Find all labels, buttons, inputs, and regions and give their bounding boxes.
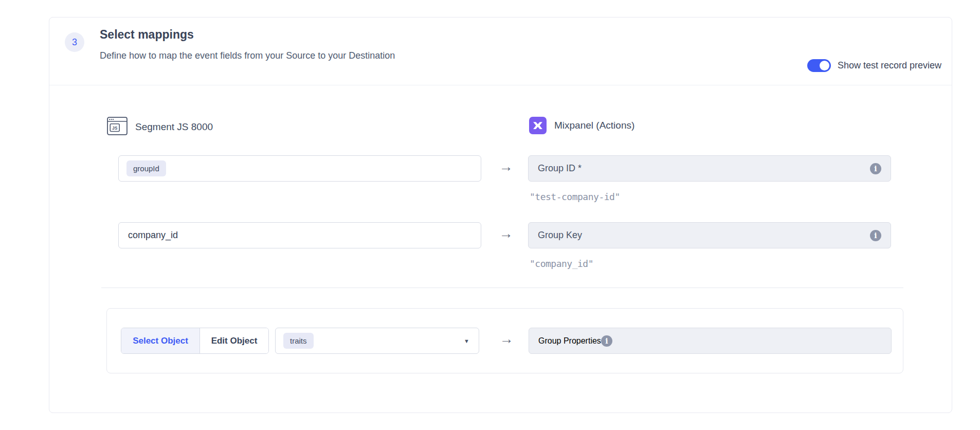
js-browser-source-icon: JS: [107, 117, 128, 137]
info-icon[interactable]: i: [870, 163, 881, 174]
destination-endpoint: Mixpanel (Actions): [529, 117, 634, 134]
page-title: Select mappings: [100, 28, 194, 42]
test-record-toggle-group: Show test record preview: [807, 59, 941, 72]
section-divider: [101, 288, 903, 288]
select-mappings-card: 3 Select mappings Define how to map the …: [49, 17, 952, 413]
mixpanel-icon: [529, 117, 547, 134]
destination-field-label: Group ID *: [538, 163, 870, 174]
test-preview-value: "test-company-id": [530, 191, 620, 202]
object-mapping-card: Select Object Edit Object traits ▼ → Gro…: [106, 308, 903, 373]
destination-field-label: Group Key: [538, 230, 870, 241]
field-token[interactable]: groupId: [126, 160, 166, 176]
info-icon[interactable]: i: [601, 335, 612, 347]
test-preview-value: "company_id": [530, 258, 593, 269]
destination-name: Mixpanel (Actions): [554, 120, 634, 131]
object-mode-button-group: Select Object Edit Object: [121, 328, 269, 354]
source-name: Segment JS 8000: [135, 121, 213, 133]
toggle-knob-icon: [820, 61, 829, 70]
arrow-right-icon: →: [491, 226, 521, 242]
source-field-input[interactable]: company_id: [118, 222, 481, 248]
destination-field: Group Key i: [528, 222, 891, 248]
step-number-badge: 3: [65, 32, 84, 52]
object-source-dropdown[interactable]: traits ▼: [275, 328, 479, 354]
header-section: 3 Select mappings Define how to map the …: [49, 17, 952, 85]
source-field-input[interactable]: groupId: [118, 155, 481, 182]
svg-text:JS: JS: [112, 126, 118, 131]
info-icon[interactable]: i: [870, 230, 881, 241]
destination-field: Group ID * i: [528, 155, 891, 182]
chevron-down-icon: ▼: [464, 338, 469, 344]
show-test-record-toggle[interactable]: [807, 59, 831, 72]
edit-object-button[interactable]: Edit Object: [200, 328, 268, 353]
dropdown-token: traits: [283, 333, 314, 349]
arrow-right-icon: →: [491, 159, 521, 175]
page-subtitle: Define how to map the event fields from …: [100, 50, 395, 61]
field-text-value: company_id: [126, 230, 178, 241]
select-object-button[interactable]: Select Object: [121, 328, 200, 353]
arrow-right-icon: →: [491, 331, 522, 347]
destination-field: Group Properties i: [529, 328, 892, 354]
destination-field-label: Group Properties: [538, 336, 601, 346]
toggle-label: Show test record preview: [838, 60, 941, 71]
source-endpoint: JS Segment JS 8000: [107, 117, 213, 137]
